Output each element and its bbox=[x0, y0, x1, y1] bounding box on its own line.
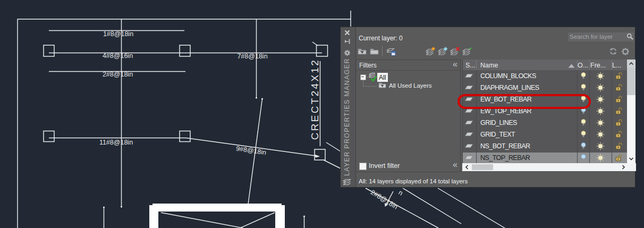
svg-text:2#8@18in: 2#8@18in bbox=[369, 189, 399, 211]
svg-text:11#8@18in: 11#8@18in bbox=[99, 139, 133, 146]
svg-text:4#8@16in: 4#8@16in bbox=[103, 52, 133, 60]
svg-text:1#8@18in: 1#8@18in bbox=[103, 30, 133, 38]
svg-text:CRECT24X12: CRECT24X12 bbox=[309, 58, 320, 140]
svg-text:n: n bbox=[397, 189, 404, 197]
svg-text:2#8@18in: 2#8@18in bbox=[103, 71, 133, 78]
svg-text:7#8@18in: 7#8@18in bbox=[237, 53, 267, 60]
svg-text:9#8@18in: 9#8@18in bbox=[235, 145, 267, 156]
